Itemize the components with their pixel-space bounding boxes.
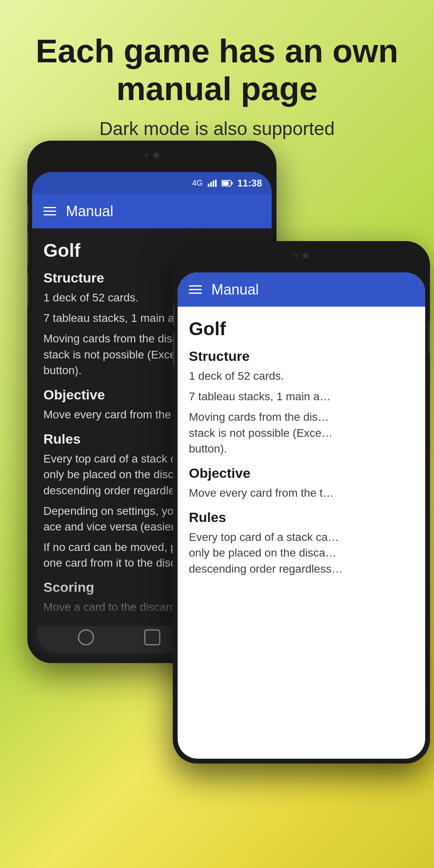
content-light: Golf Structure 1 deck of 52 cards. 7 tab… (178, 307, 425, 737)
hamburger-menu-back[interactable] (43, 207, 56, 215)
front-volume-down[interactable] (173, 334, 174, 366)
front-power-button[interactable] (428, 321, 430, 354)
front2-camera (303, 253, 309, 258)
svg-rect-6 (222, 181, 229, 185)
phone-front-screen: Manual Golf Structure 1 deck of 52 cards… (178, 272, 425, 759)
subtitle: Dark mode is also supported (24, 118, 410, 139)
battery-icon-back (221, 180, 233, 186)
svg-rect-2 (213, 180, 214, 187)
clock-back: 11:38 (237, 178, 262, 189)
phones-area: 4G 11:38 (0, 129, 434, 868)
app-bar-back[interactable]: Manual (32, 194, 272, 228)
signal-icon (208, 180, 217, 187)
structure-heading-front: Structure (189, 348, 414, 364)
volume-up-button[interactable] (27, 205, 29, 225)
svg-rect-5 (231, 182, 233, 184)
nav-home-button[interactable] (144, 629, 160, 645)
objective-heading-front: Objective (189, 465, 414, 481)
power-button[interactable] (27, 273, 29, 305)
structure-text1-front: 1 deck of 52 cards. (189, 368, 414, 384)
svg-rect-1 (210, 182, 212, 187)
svg-rect-3 (215, 180, 217, 187)
header-section: Each game has an own manual page Dark mo… (0, 0, 434, 156)
phone-front-notch (261, 249, 342, 262)
app-bar-front[interactable]: Manual (178, 272, 425, 307)
front-volume-up[interactable] (173, 305, 174, 326)
hamburger-menu-front[interactable] (189, 285, 202, 294)
svg-rect-0 (208, 184, 209, 187)
main-title: Each game has an own manual page (24, 32, 410, 108)
structure-text3-front: Moving cards from the dis…stack is not p… (189, 409, 414, 457)
signal-text: 4G (192, 178, 203, 188)
nav-back-button[interactable] (78, 629, 94, 645)
phone-front: Manual Golf Structure 1 deck of 52 cards… (173, 241, 430, 764)
objective-text-front: Move every card from the t… (189, 485, 414, 501)
app-bar-title-front: Manual (211, 281, 259, 298)
structure-text2-front: 7 tableau stacks, 1 main a… (189, 389, 414, 404)
app-bar-title-back: Manual (66, 203, 113, 220)
volume-down-button[interactable] (27, 233, 29, 265)
rules-heading-front: Rules (189, 510, 414, 525)
front2-camera-sensor (294, 254, 298, 258)
game-title-front: Golf (189, 318, 414, 340)
rules-text1-front: Every top card of a stack ca…only be pla… (189, 529, 414, 577)
status-bar-back: 4G 11:38 (32, 172, 272, 194)
